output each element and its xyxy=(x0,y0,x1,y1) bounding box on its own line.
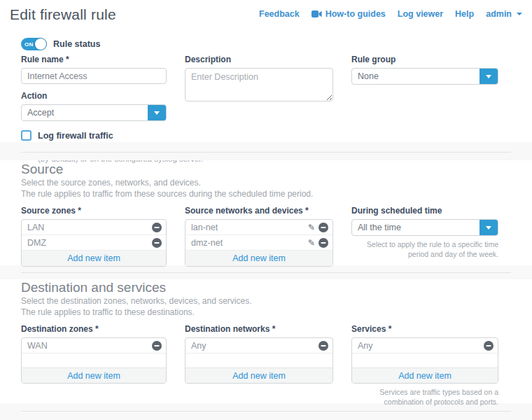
services-help: Services are traffic types based on a co… xyxy=(351,387,498,407)
toggle-knob xyxy=(35,38,46,50)
source-zones-listbox: LAN DMZ xyxy=(21,219,167,267)
destination-zones-listbox: WAN Add new item xyxy=(21,337,167,384)
log-traffic-row: Log firewall traffic xyxy=(21,130,167,141)
minus-circle-icon xyxy=(152,341,162,351)
toggle-on-label: ON xyxy=(24,41,33,48)
list-item: WAN xyxy=(22,338,166,354)
video-camera-icon xyxy=(312,10,322,18)
remove-item-button[interactable] xyxy=(152,238,162,248)
source-networks-column: Source networks and devices * lan-net ✎ xyxy=(185,206,333,267)
source-networks-listbox: lan-net ✎ dmz-net xyxy=(185,219,333,267)
log-viewer-link[interactable]: Log viewer xyxy=(398,9,443,19)
source-section: Source Select the source zones, networks… xyxy=(21,161,497,267)
log-traffic-checkbox[interactable] xyxy=(21,130,31,141)
services-column: Services * Any Add new item Services are xyxy=(351,324,498,407)
add-new-item-button[interactable]: Add new item xyxy=(22,368,166,383)
list-item-label: dmz-net xyxy=(191,238,223,248)
help-link[interactable]: Help xyxy=(455,9,474,19)
source-zones-column: Source zones * LAN DMZ xyxy=(21,206,167,267)
rule-name-input[interactable] xyxy=(21,68,167,84)
rule-status-label: Rule status xyxy=(53,39,100,49)
rule-group-select-button[interactable] xyxy=(479,69,498,84)
source-grid: Source zones * LAN DMZ xyxy=(21,206,497,267)
action-select-button[interactable] xyxy=(148,105,166,120)
divider xyxy=(21,411,511,412)
list-item: Any xyxy=(186,338,332,354)
source-zones-label: Source zones * xyxy=(21,206,167,216)
admin-menu[interactable]: admin xyxy=(486,9,522,19)
schedule-select-button[interactable] xyxy=(479,220,498,235)
destination-networks-label: Destination networks * xyxy=(185,324,333,334)
destination-networks-listbox: Any Add new item xyxy=(185,337,333,384)
minus-circle-icon xyxy=(318,238,328,248)
rule-name-label: Rule name * xyxy=(21,55,167,64)
feedback-link-label: Feedback xyxy=(259,9,300,19)
page-title: Edit firewall rule xyxy=(10,6,116,23)
description-label: Description xyxy=(185,55,333,64)
remove-item-button[interactable] xyxy=(484,341,493,351)
list-item: DMZ xyxy=(22,235,166,251)
admin-menu-label: admin xyxy=(486,9,512,19)
log-traffic-label: Log firewall traffic xyxy=(38,131,113,141)
edit-item-button[interactable]: ✎ xyxy=(308,239,315,247)
header-links: Feedback How-to guides Log viewer Help a… xyxy=(259,6,522,19)
add-new-item-button[interactable]: Add new item xyxy=(186,251,332,266)
remove-item-button[interactable] xyxy=(152,341,162,351)
list-item-label: DMZ xyxy=(27,238,46,248)
list-item: LAN xyxy=(22,220,166,235)
list-item: lan-net ✎ xyxy=(186,220,332,235)
schedule-column: During scheduled time All the time Selec… xyxy=(351,206,498,267)
add-new-item-button[interactable]: Add new item xyxy=(352,368,498,383)
rule-status-toggle[interactable]: ON xyxy=(21,38,47,50)
rule-group-select[interactable]: None xyxy=(351,68,498,85)
minus-circle-icon xyxy=(484,341,493,351)
remove-item-button[interactable] xyxy=(318,223,328,232)
minus-circle-icon xyxy=(318,223,328,232)
remove-item-button[interactable] xyxy=(152,223,162,232)
minus-circle-icon xyxy=(152,238,162,248)
listbox-spacer xyxy=(186,354,332,368)
action-label: Action xyxy=(21,91,167,101)
list-item-label: Any xyxy=(358,341,373,351)
source-description-line2: The rule applies to traffic from these s… xyxy=(21,188,497,200)
edit-item-button[interactable]: ✎ xyxy=(308,223,315,232)
destination-zones-label: Destination zones * xyxy=(21,324,167,334)
divider xyxy=(21,272,511,273)
feedback-link[interactable]: Feedback xyxy=(259,9,300,19)
chevron-down-icon xyxy=(517,13,522,15)
pencil-icon: ✎ xyxy=(308,223,315,232)
add-new-item-button[interactable]: Add new item xyxy=(186,368,332,383)
chevron-down-icon xyxy=(486,226,491,230)
how-to-guides-link-label: How-to guides xyxy=(326,9,386,19)
schedule-select[interactable]: All the time xyxy=(351,219,498,236)
description-textarea[interactable] xyxy=(185,68,333,102)
rule-group-label: Rule group xyxy=(351,55,498,64)
minus-circle-icon xyxy=(152,223,162,232)
source-networks-label: Source networks and devices * xyxy=(185,206,333,216)
schedule-help: Select to apply the rule to a specific t… xyxy=(351,239,498,259)
pencil-icon: ✎ xyxy=(308,239,315,247)
remove-item-button[interactable] xyxy=(318,238,328,248)
minus-circle-icon xyxy=(318,341,328,351)
schedule-select-value: All the time xyxy=(352,220,479,235)
action-field: Action Accept xyxy=(21,91,167,121)
list-item-label: lan-net xyxy=(191,223,218,232)
destination-heading: Destination and services xyxy=(21,279,497,295)
action-select[interactable]: Accept xyxy=(21,104,167,121)
section-separator xyxy=(0,142,532,160)
list-item-label: LAN xyxy=(27,223,44,232)
log-viewer-link-label: Log viewer xyxy=(398,9,443,19)
action-select-value: Accept xyxy=(22,105,148,120)
list-item-label: Any xyxy=(191,341,206,351)
how-to-guides-link[interactable]: How-to guides xyxy=(312,9,386,19)
page-header: Edit firewall rule Feedback How-to guide… xyxy=(0,0,532,23)
destination-section: Destination and services Select the dest… xyxy=(21,279,497,407)
divider xyxy=(21,152,511,153)
destination-grid: Destination zones * WAN Add new item xyxy=(21,324,497,407)
remove-item-button[interactable] xyxy=(318,341,328,351)
add-new-item-button[interactable]: Add new item xyxy=(22,251,166,266)
source-description-line1: Select the source zones, networks, and d… xyxy=(21,177,497,188)
destination-networks-column: Destination networks * Any Add new item xyxy=(185,324,333,407)
destination-description-line1: Select the destination zones, networks, … xyxy=(21,295,497,307)
list-item: Any xyxy=(352,338,498,354)
